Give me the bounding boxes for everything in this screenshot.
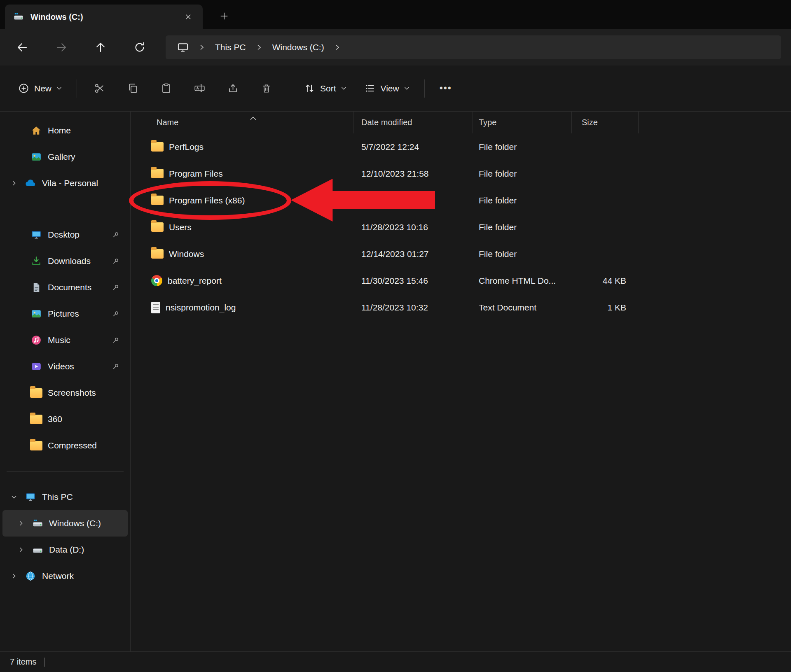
file-row-perflogs[interactable]: PerfLogs 5/7/2022 12:24 File folder — [131, 133, 791, 160]
file-row-windows[interactable]: Windows 12/14/2023 01:27 File folder — [131, 240, 791, 267]
file-row-program-files[interactable]: Program Files 12/10/2023 21:58 File fold… — [131, 160, 791, 187]
videos-icon — [30, 361, 42, 372]
share-button[interactable] — [217, 76, 249, 100]
view-icon — [365, 83, 376, 94]
sidebar-item-label: Videos — [48, 362, 112, 371]
sidebar-item-label: Gallery — [48, 152, 124, 162]
forward-button[interactable] — [48, 34, 75, 61]
file-row-nsispromotion-log[interactable]: nsispromotion_log 11/28/2023 10:32 Text … — [131, 294, 791, 321]
column-header-size[interactable]: Size — [572, 112, 639, 133]
paste-button[interactable] — [150, 76, 182, 100]
toolbar-divider — [424, 79, 425, 98]
sidebar-item-label: Home — [48, 126, 124, 135]
sidebar-item-label: Music — [48, 335, 112, 345]
file-row-users[interactable]: Users 11/28/2023 10:16 File folder — [131, 214, 791, 240]
chevron-down-icon — [56, 86, 62, 90]
column-header-name[interactable]: Name — [131, 112, 353, 133]
view-button[interactable]: View — [356, 76, 418, 100]
folder-icon — [30, 387, 42, 399]
sidebar-item-this-pc[interactable]: This PC — [2, 484, 128, 510]
explorer-content: Home Gallery Vila - Personal Desktop — [0, 112, 791, 651]
sidebar-item-label: Windows (C:) — [49, 518, 124, 528]
refresh-button[interactable] — [126, 34, 153, 61]
breadcrumb-windows-c[interactable]: Windows (C:) — [272, 42, 324, 52]
pin-icon — [112, 258, 120, 265]
sidebar-item-downloads[interactable]: Downloads — [2, 248, 128, 274]
folder-icon — [30, 440, 42, 451]
sidebar-item-onedrive-personal[interactable]: Vila - Personal — [2, 170, 128, 196]
folder-icon — [151, 169, 164, 178]
pictures-icon — [30, 308, 42, 320]
folder-icon — [151, 249, 164, 259]
breadcrumb-this-pc[interactable]: This PC — [215, 42, 246, 52]
file-row-battery-report[interactable]: battery_report 11/30/2023 15:46 Chrome H… — [131, 267, 791, 294]
monitor-icon — [177, 42, 189, 53]
column-header-date-modified[interactable]: Date modified — [353, 112, 473, 133]
chevron-right-icon[interactable] — [7, 180, 21, 186]
tab-close-button[interactable] — [180, 9, 196, 25]
file-size: 1 KB — [572, 303, 639, 313]
chevron-right-icon[interactable] — [7, 573, 21, 579]
sidebar-item-screenshots[interactable]: Screenshots — [2, 380, 128, 406]
status-bar: 7 items — [0, 651, 791, 672]
copy-button[interactable] — [117, 76, 149, 100]
file-type: File folder — [473, 196, 572, 205]
delete-button[interactable] — [250, 76, 282, 100]
sidebar-separator — [7, 471, 124, 471]
sidebar-item-music[interactable]: Music — [2, 327, 128, 353]
item-count: 7 items — [10, 657, 36, 667]
sidebar-item-windows-c[interactable]: Windows (C:) — [2, 510, 128, 537]
file-row-program-files-x86[interactable]: Program Files (x86) File folder — [131, 187, 791, 214]
drive-icon — [32, 518, 43, 529]
file-date: 5/7/2022 12:24 — [353, 142, 473, 152]
file-name: PerfLogs — [169, 142, 204, 152]
navigation-bar: This PC Windows (C:) — [0, 29, 791, 65]
tab-windows-c[interactable]: Windows (C:) — [5, 5, 203, 29]
sidebar-item-360[interactable]: 360 — [2, 406, 128, 432]
downloads-icon — [30, 255, 42, 267]
sidebar-item-pictures[interactable]: Pictures — [2, 301, 128, 327]
chevron-right-icon[interactable] — [14, 520, 28, 526]
sort-button[interactable]: Sort — [296, 76, 355, 100]
copy-icon — [127, 83, 138, 94]
back-button[interactable] — [9, 34, 35, 61]
new-button[interactable]: New — [10, 76, 70, 100]
sidebar-item-desktop[interactable]: Desktop — [2, 222, 128, 248]
sidebar-item-videos[interactable]: Videos — [2, 353, 128, 380]
status-divider — [44, 658, 45, 667]
new-tab-button[interactable] — [214, 6, 234, 26]
sidebar-item-network[interactable]: Network — [2, 563, 128, 589]
cut-button[interactable] — [84, 76, 115, 100]
gallery-icon — [30, 151, 42, 163]
chevron-right-icon — [257, 44, 262, 51]
sidebar-item-compressed[interactable]: Compressed — [2, 432, 128, 459]
drive-icon — [13, 12, 24, 22]
rename-button[interactable] — [184, 76, 215, 100]
more-options-button[interactable]: ••• — [431, 76, 460, 100]
onedrive-cloud-icon — [25, 177, 36, 189]
file-list-pane: Name Date modified Type Size PerfLogs 5/… — [131, 112, 791, 651]
sidebar-item-label: Data (D:) — [49, 545, 124, 555]
file-date: 12/10/2023 21:58 — [353, 169, 473, 179]
folder-icon — [30, 413, 42, 425]
sidebar-item-gallery[interactable]: Gallery — [2, 144, 128, 170]
chevron-right-icon[interactable] — [14, 547, 28, 553]
up-button[interactable] — [87, 34, 114, 61]
column-header-type[interactable]: Type — [473, 112, 572, 133]
sidebar-item-label: Pictures — [48, 309, 112, 319]
sidebar-item-label: Downloads — [48, 256, 112, 266]
navigation-pane: Home Gallery Vila - Personal Desktop — [0, 112, 131, 651]
address-bar[interactable]: This PC Windows (C:) — [166, 35, 781, 59]
sidebar-item-label: Documents — [48, 282, 112, 292]
folder-icon — [151, 196, 164, 205]
pin-icon — [112, 337, 120, 344]
chevron-down-icon[interactable] — [7, 494, 21, 500]
file-type: Text Document — [473, 303, 572, 313]
rename-icon — [194, 83, 205, 94]
sidebar-item-documents[interactable]: Documents — [2, 274, 128, 301]
sort-icon — [304, 83, 315, 94]
delete-icon — [261, 83, 272, 94]
sidebar-item-data-d[interactable]: Data (D:) — [2, 537, 128, 563]
sidebar-item-label: Compressed — [48, 441, 124, 450]
sidebar-item-home[interactable]: Home — [2, 117, 128, 144]
